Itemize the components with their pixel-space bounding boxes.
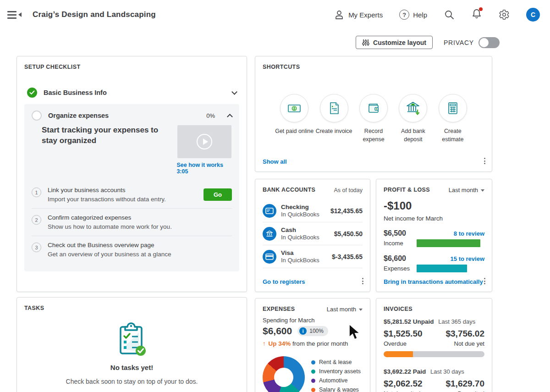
income-bar	[417, 239, 480, 247]
customize-layout-label: Customize layout	[373, 39, 426, 46]
legend-item: Salary & wages	[311, 386, 361, 392]
search-icon[interactable]	[444, 9, 455, 20]
credit-card-icon	[263, 250, 276, 264]
account-name: Checking	[281, 204, 326, 210]
notdeposited-amount: $2,062.52	[384, 379, 423, 389]
collapse-arrow-icon	[18, 12, 22, 17]
income-label: Income	[384, 240, 417, 247]
money-icon	[287, 101, 302, 116]
step-number: 3	[32, 243, 41, 252]
shortcut-record-expense[interactable]: Record expense	[354, 94, 393, 144]
setup-step-1: 1 Link your business accounts Import you…	[32, 181, 232, 208]
play-icon	[197, 134, 212, 149]
organize-expenses-panel: Organize expenses 0% Start tracking your…	[24, 104, 239, 271]
setup-step-3: 3 Check out the Business overview page G…	[32, 236, 232, 263]
more-menu-icon[interactable]	[483, 157, 486, 165]
card-icon	[263, 204, 276, 218]
checklist-item-basic-business-info[interactable]: Basic Business Info	[27, 88, 236, 98]
expenses-review-link[interactable]: 15 to review	[451, 255, 484, 262]
bank-accounts-card: BANK ACCOUNTS As of today Checking In Qu…	[255, 179, 370, 292]
check-empty-icon	[32, 110, 42, 121]
go-to-registers-link[interactable]: Go to registers	[263, 278, 305, 285]
dashboard-toolbar: Customize layout PRIVACY	[356, 36, 500, 49]
bring-in-transactions-link[interactable]: Bring in transactions automatically	[384, 278, 483, 285]
shortcut-create-invoice[interactable]: Create invoice	[314, 94, 353, 144]
shortcut-get-paid-online[interactable]: Get paid online	[275, 94, 314, 144]
legend-dot	[311, 360, 315, 364]
account-name: Cash	[281, 226, 330, 233]
net-income-amount: -$100	[384, 199, 484, 212]
profit-loss-card: PROFIT & LOSS Last month -$100 Net incom…	[376, 179, 492, 292]
shortcut-create-estimate[interactable]: Create estimate	[433, 94, 473, 144]
income-review-link[interactable]: 8 to review	[454, 230, 484, 237]
trend-line: ↑ Up 34% from the prior month	[263, 340, 363, 347]
bank-account-row[interactable]: Cash In QuickBooks $5,450.50	[263, 222, 363, 245]
company-name: Craig’s Design and Landscaping	[33, 10, 156, 19]
legend-dot	[311, 370, 315, 374]
expenses-legend: Rent & lease Inventory assets Automotive…	[311, 359, 361, 392]
period-dropdown[interactable]: Last month	[327, 306, 363, 313]
notifications-button[interactable]	[471, 8, 482, 21]
show-all-link[interactable]: Show all	[263, 158, 287, 165]
customize-layout-button[interactable]: Customize layout	[356, 36, 433, 49]
bank-account-row[interactable]: Visa In QuickBooks $-3,435.65	[263, 245, 363, 268]
expenses-bar	[417, 265, 467, 272]
pnl-income-row: $6,500 8 to review Income	[384, 229, 484, 247]
hamburger-menu-icon[interactable]	[7, 11, 22, 19]
checklist-item-organize-expenses[interactable]: Organize expenses 0%	[32, 110, 232, 121]
no-tasks-heading: No tasks yet!	[110, 364, 153, 371]
account-balance: $12,435.65	[330, 207, 363, 215]
period-dropdown[interactable]: Last month	[449, 187, 484, 193]
more-menu-icon[interactable]	[361, 277, 364, 285]
chevron-up-icon	[227, 114, 233, 120]
account-source: In QuickBooks	[281, 211, 326, 218]
setup-checklist-card: SETUP CHECKLIST Basic Business Info Orga…	[16, 56, 247, 292]
expenses-card: EXPENSES Last month Spending for March $…	[255, 298, 370, 392]
chevron-down-icon	[481, 189, 484, 192]
as-of-label: As of today	[334, 187, 363, 193]
step-desc: Import your transactions without data en…	[48, 196, 197, 203]
net-income-label: Net income for March	[384, 215, 484, 222]
spending-amount: $6,600	[263, 326, 292, 337]
legend-dot	[311, 388, 315, 392]
income-amount: $6,500	[384, 229, 406, 237]
privacy-toggle[interactable]	[478, 37, 500, 48]
account-balance: $5,450.50	[334, 230, 363, 237]
shortcuts-card: SHORTCUTS Get paid online Create invoice	[255, 56, 492, 172]
setup-checklist-title: SETUP CHECKLIST	[24, 64, 239, 70]
step-title: Check out the Business overview page	[48, 242, 232, 248]
checklist-item-label: Organize expenses	[48, 112, 200, 119]
shortcut-add-bank-deposit[interactable]: Add bank deposit	[393, 94, 433, 144]
unpaid-summary: $5,281.52 Unpaid Last 365 days	[384, 318, 484, 325]
invoices-card: INVOICES $5,281.52 Unpaid Last 365 days …	[376, 298, 492, 392]
gear-icon[interactable]	[499, 9, 510, 20]
step-number: 2	[32, 215, 41, 225]
account-name: Visa	[281, 249, 327, 256]
see-how-it-works-link[interactable]: See how it works 3:05	[176, 162, 232, 175]
expenses-amount: $6,600	[384, 254, 406, 263]
expenses-donut[interactable]	[263, 356, 305, 392]
wallet-icon	[366, 101, 381, 116]
more-menu-icon[interactable]	[483, 277, 486, 285]
chevron-down-icon	[231, 89, 237, 95]
expenses-label: Expenses	[384, 265, 417, 272]
shortcuts-title: SHORTCUTS	[263, 64, 484, 70]
toggle-knob	[479, 38, 489, 47]
bank-icon	[263, 227, 276, 241]
person-icon	[334, 9, 345, 20]
help-button[interactable]: ? Help	[399, 10, 427, 20]
my-experts-button[interactable]: My Experts	[334, 9, 383, 20]
invoice-icon	[327, 101, 341, 116]
step-desc: Show us how to automate more work for yo…	[48, 223, 232, 230]
tasks-title: TASKS	[24, 305, 239, 311]
avatar[interactable]: C	[526, 8, 540, 22]
hamburger-bars	[7, 11, 16, 19]
step-title: Confirm categorized expenses	[48, 214, 232, 221]
top-nav: Craig’s Design and Landscaping My Expert…	[0, 0, 550, 29]
invoices-unpaid-bar-fill	[384, 351, 413, 357]
go-button[interactable]: Go	[204, 188, 232, 201]
bank-account-row[interactable]: Checking In QuickBooks $12,435.65	[263, 199, 363, 222]
video-thumbnail[interactable]	[177, 125, 231, 158]
step-desc: Get an overview of your business at a gl…	[48, 251, 232, 258]
unpaid-progress-bar[interactable]	[384, 351, 484, 357]
